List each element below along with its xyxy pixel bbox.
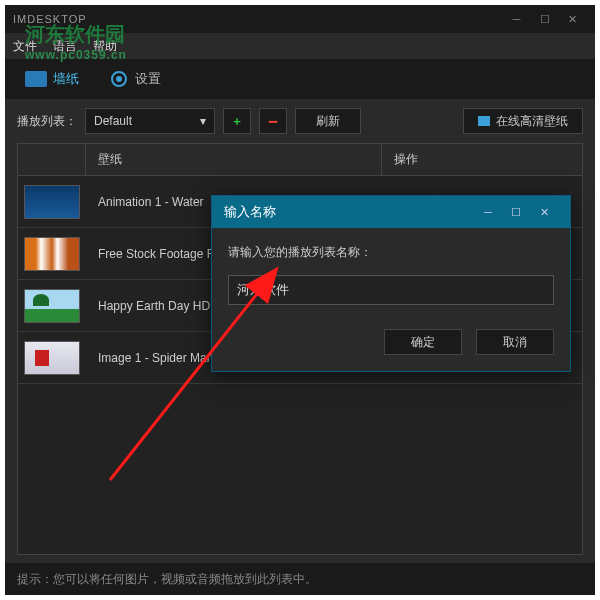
dialog-prompt: 请输入您的播放列表名称： — [228, 244, 554, 261]
row-thumbnail — [24, 289, 80, 323]
playlist-label: 播放列表： — [17, 113, 77, 130]
footer: 提示：您可以将任何图片，视频或音频拖放到此列表中。 — [5, 563, 595, 595]
menubar: 文件 语言 帮助 — [5, 33, 595, 59]
toolbar: 播放列表： Default ▾ ＋ － 刷新 在线高清壁纸 — [5, 99, 595, 143]
table-header: 壁纸 操作 — [18, 144, 582, 176]
minimize-icon[interactable]: ─ — [503, 10, 531, 28]
monitor-icon — [478, 116, 490, 126]
playlist-dropdown[interactable]: Default ▾ — [85, 108, 215, 134]
titlebar: IMDESKTOP ─ ☐ ✕ — [5, 5, 595, 33]
dialog-cancel-button[interactable]: 取消 — [476, 329, 554, 355]
maximize-icon[interactable]: ☐ — [531, 10, 559, 28]
wallpaper-icon — [25, 71, 47, 87]
row-thumbnail — [24, 341, 80, 375]
menu-file[interactable]: 文件 — [13, 38, 37, 55]
input-dialog: 输入名称 ─ ☐ ✕ 请输入您的播放列表名称： 确定 取消 — [211, 195, 571, 372]
dialog-body: 请输入您的播放列表名称： — [212, 228, 570, 321]
add-playlist-button[interactable]: ＋ — [223, 108, 251, 134]
dialog-buttons: 确定 取消 — [212, 321, 570, 371]
dialog-maximize-icon[interactable]: ☐ — [502, 202, 530, 222]
menu-help[interactable]: 帮助 — [93, 38, 117, 55]
refresh-button[interactable]: 刷新 — [295, 108, 361, 134]
col-thumb — [18, 144, 86, 175]
dialog-title: 输入名称 — [224, 203, 276, 221]
dialog-ok-button[interactable]: 确定 — [384, 329, 462, 355]
delete-playlist-button[interactable]: － — [259, 108, 287, 134]
gear-icon — [109, 69, 129, 89]
dialog-close-icon[interactable]: ✕ — [530, 202, 558, 222]
tab-wallpaper[interactable]: 墙纸 — [15, 64, 89, 94]
dialog-input[interactable] — [228, 275, 554, 305]
tab-settings[interactable]: 设置 — [99, 63, 171, 95]
dialog-titlebar: 输入名称 ─ ☐ ✕ — [212, 196, 570, 228]
close-icon[interactable]: ✕ — [559, 10, 587, 28]
app-title: IMDESKTOP — [13, 13, 87, 25]
svg-point-1 — [116, 76, 122, 82]
row-thumbnail — [24, 237, 80, 271]
chevron-down-icon: ▾ — [200, 114, 206, 128]
tab-bar: 墙纸 设置 — [5, 59, 595, 99]
col-actions: 操作 — [382, 144, 582, 175]
row-thumbnail — [24, 185, 80, 219]
menu-language[interactable]: 语言 — [53, 38, 77, 55]
col-name: 壁纸 — [86, 144, 382, 175]
online-wallpaper-button[interactable]: 在线高清壁纸 — [463, 108, 583, 134]
footer-hint: 提示：您可以将任何图片，视频或音频拖放到此列表中。 — [17, 571, 317, 588]
dialog-minimize-icon[interactable]: ─ — [474, 202, 502, 222]
